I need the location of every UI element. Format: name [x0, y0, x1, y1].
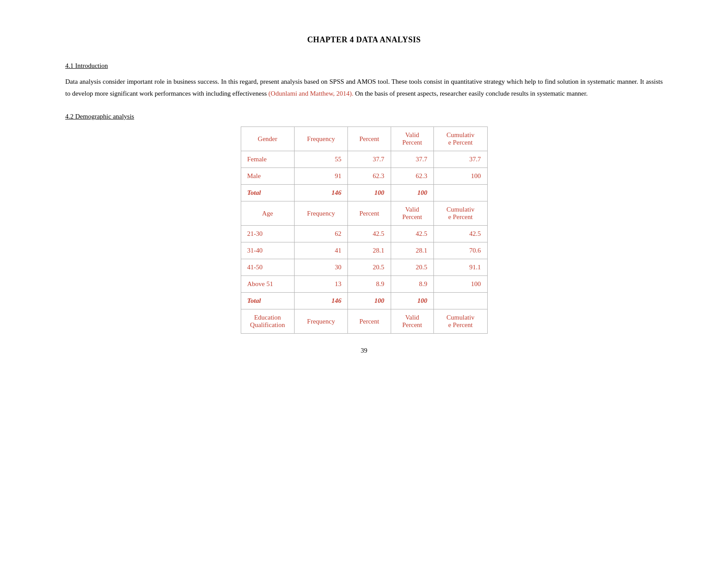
paragraph1-text2: On the basis of present aspects, researc… — [354, 90, 588, 97]
gender-female-label: Female — [241, 151, 294, 168]
table-row: Female 55 37.7 37.7 37.7 — [241, 151, 487, 168]
table-row: Above 51 13 8.9 8.9 100 — [241, 276, 487, 293]
gender-male-cum: 100 — [433, 168, 487, 185]
age-4150-freq: 30 — [294, 259, 347, 276]
edu-header-col2: Frequency — [294, 309, 347, 334]
age-above51-valid: 8.9 — [391, 276, 433, 293]
gender-female-valid: 37.7 — [391, 151, 433, 168]
age-3140-freq: 41 — [294, 242, 347, 259]
demographic-table: Gender Frequency Percent ValidPercent Cu… — [241, 127, 488, 334]
age-4150-valid: 20.5 — [391, 259, 433, 276]
table-row: 31-40 41 28.1 28.1 70.6 — [241, 242, 487, 259]
age-2130-cum: 42.5 — [433, 226, 487, 242]
paragraph1: Data analysis consider important role in… — [65, 76, 663, 100]
demographic-table-container: Gender Frequency Percent ValidPercent Cu… — [65, 127, 663, 334]
table-row: 21-30 62 42.5 42.5 42.5 — [241, 226, 487, 242]
age-total-label: Total — [241, 293, 294, 309]
table-row: Male 91 62.3 62.3 100 — [241, 168, 487, 185]
age-3140-cum: 70.6 — [433, 242, 487, 259]
age-above51-pct: 8.9 — [348, 276, 391, 293]
edu-header-col3: Percent — [348, 309, 391, 334]
gender-total-cum — [433, 185, 487, 201]
age-3140-pct: 28.1 — [348, 242, 391, 259]
gender-total-valid: 100 — [391, 185, 433, 201]
gender-header-col1: Gender — [241, 127, 294, 151]
edu-header-col5: Cumulative Percent — [433, 309, 487, 334]
table-row: 41-50 30 20.5 20.5 91.1 — [241, 259, 487, 276]
edu-header-col1: EducationQualification — [241, 309, 294, 334]
age-3140-label: 31-40 — [241, 242, 294, 259]
age-3140-valid: 28.1 — [391, 242, 433, 259]
gender-male-pct: 62.3 — [348, 168, 391, 185]
paragraph1-citation: (Odunlami and Matthew, 2014). — [269, 90, 354, 97]
age-header-col4: ValidPercent — [391, 201, 433, 226]
gender-header-col2: Frequency — [294, 127, 347, 151]
gender-header-col4: ValidPercent — [391, 127, 433, 151]
page-number: 39 — [65, 347, 663, 354]
gender-total-label: Total — [241, 185, 294, 201]
edu-header-row: EducationQualification Frequency Percent… — [241, 309, 487, 334]
section1-heading: 4.1 Introduction — [65, 62, 663, 70]
gender-total-freq: 146 — [294, 185, 347, 201]
gender-female-cum: 37.7 — [433, 151, 487, 168]
gender-female-pct: 37.7 — [348, 151, 391, 168]
page: CHAPTER 4 DATA ANALYSIS 4.1 Introduction… — [0, 0, 728, 562]
age-header-col5: Cumulative Percent — [433, 201, 487, 226]
age-above51-cum: 100 — [433, 276, 487, 293]
gender-male-freq: 91 — [294, 168, 347, 185]
edu-header-col4: ValidPercent — [391, 309, 433, 334]
age-2130-valid: 42.5 — [391, 226, 433, 242]
age-header-col1: Age — [241, 201, 294, 226]
age-header-row: Age Frequency Percent ValidPercent Cumul… — [241, 201, 487, 226]
age-2130-freq: 62 — [294, 226, 347, 242]
gender-male-label: Male — [241, 168, 294, 185]
gender-header-row: Gender Frequency Percent ValidPercent Cu… — [241, 127, 487, 151]
age-2130-label: 21-30 — [241, 226, 294, 242]
age-total-cum — [433, 293, 487, 309]
age-above51-label: Above 51 — [241, 276, 294, 293]
gender-female-freq: 55 — [294, 151, 347, 168]
gender-male-valid: 62.3 — [391, 168, 433, 185]
age-4150-label: 41-50 — [241, 259, 294, 276]
age-total-valid: 100 — [391, 293, 433, 309]
chapter-title: CHAPTER 4 DATA ANALYSIS — [65, 35, 663, 45]
age-header-col3: Percent — [348, 201, 391, 226]
age-4150-pct: 20.5 — [348, 259, 391, 276]
gender-total-row: Total 146 100 100 — [241, 185, 487, 201]
age-above51-freq: 13 — [294, 276, 347, 293]
age-2130-pct: 42.5 — [348, 226, 391, 242]
gender-header-col5: Cumulative Percent — [433, 127, 487, 151]
gender-header-col3: Percent — [348, 127, 391, 151]
age-total-freq: 146 — [294, 293, 347, 309]
section2-heading: 4.2 Demographic analysis — [65, 113, 663, 120]
age-total-pct: 100 — [348, 293, 391, 309]
age-4150-cum: 91.1 — [433, 259, 487, 276]
age-header-col2: Frequency — [294, 201, 347, 226]
age-total-row: Total 146 100 100 — [241, 293, 487, 309]
gender-total-pct: 100 — [348, 185, 391, 201]
